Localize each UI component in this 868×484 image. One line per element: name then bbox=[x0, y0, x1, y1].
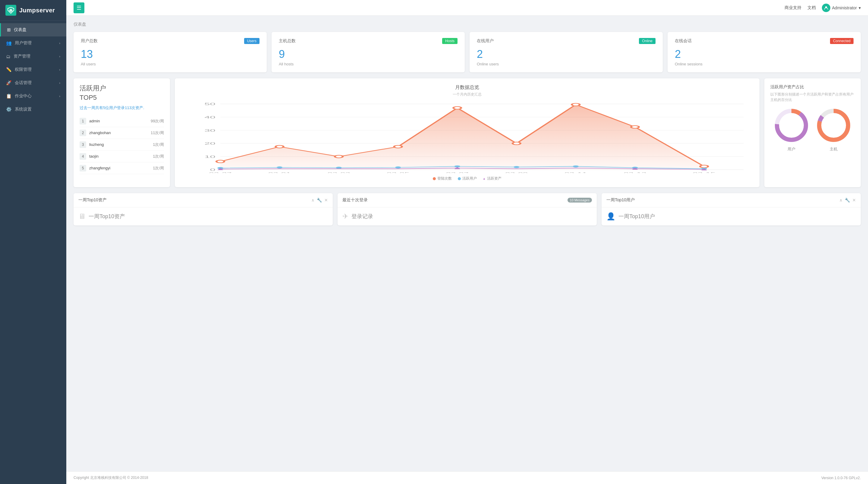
sidebar-label-settings: 系统设置 bbox=[15, 107, 32, 112]
legend-label-assets: 活跃资产 bbox=[487, 176, 501, 181]
rank-num-2: 2 bbox=[80, 129, 86, 136]
breadcrumb: 仪表盘 bbox=[73, 22, 861, 27]
footer: Copyright 北京堆栈科技有限公司 © 2014-2018 Version… bbox=[66, 471, 868, 484]
commercial-support-link[interactable]: 商业支持 bbox=[784, 5, 801, 10]
active-users-desc: 过去一周共有5位用户登录113次资产. bbox=[80, 105, 164, 111]
stat-hosts-badge: Hosts bbox=[442, 38, 458, 44]
stat-card-users-header: 用户总数 Users bbox=[81, 38, 259, 44]
rank-num-3: 3 bbox=[80, 141, 86, 148]
header: ☰ 商业支持 文档 Administrator ▾ bbox=[66, 0, 868, 16]
svg-point-29 bbox=[514, 166, 520, 168]
sidebar-label-session: 会话管理 bbox=[15, 80, 32, 86]
desc-suffix: 次资产. bbox=[131, 105, 144, 110]
stat-card-online: 在线用户 Online 2 Online users bbox=[470, 32, 663, 72]
rank-name-4: taojin bbox=[89, 154, 153, 158]
user-name: Administrator bbox=[832, 5, 857, 10]
sidebar-item-session-mgmt[interactable]: 🚀 会话管理 › bbox=[0, 76, 66, 90]
sidebar-item-task-center[interactable]: 📋 作业中心 › bbox=[0, 90, 66, 103]
sidebar-item-dashboard[interactable]: ⊞ 仪表盘 bbox=[0, 23, 66, 36]
user-menu[interactable]: Administrator ▾ bbox=[822, 4, 861, 12]
menu-toggle-button[interactable]: ☰ bbox=[73, 2, 84, 13]
bottom-assets-actions: ∧ 🔧 ✕ bbox=[311, 198, 328, 203]
svg-point-20 bbox=[513, 142, 521, 145]
legend-label-users: 活跃用户 bbox=[462, 176, 477, 181]
legend-dot-users bbox=[458, 177, 461, 180]
stat-users-label: All users bbox=[81, 62, 259, 66]
bottom-login-body-title: 登录记录 bbox=[351, 213, 373, 220]
desc-count: 113 bbox=[125, 105, 131, 110]
svg-point-18 bbox=[394, 146, 402, 148]
svg-text:20: 20 bbox=[204, 142, 215, 146]
stat-card-hosts-header: 主机总数 Hosts bbox=[279, 38, 458, 44]
svg-text:03-01: 03-01 bbox=[268, 172, 291, 173]
login-icon: ✈ bbox=[342, 212, 348, 221]
bottom-section: 一周Top10资产 ∧ 🔧 ✕ 🖥 一周Top10资产 最近十次登 bbox=[73, 193, 861, 225]
stat-online-label: Online users bbox=[477, 62, 655, 66]
svg-text:50: 50 bbox=[204, 102, 215, 106]
content-area: 仪表盘 用户总数 Users 13 All users 主机总数 Hosts 9… bbox=[66, 16, 868, 471]
stat-users-badge: Users bbox=[244, 38, 259, 44]
svg-point-30 bbox=[573, 165, 579, 168]
sidebar-label-perm: 权限管理 bbox=[15, 67, 32, 72]
arrow-icon-3: › bbox=[59, 68, 60, 71]
bottom-assets-icon-title: 🖥 一周Top10资产 bbox=[79, 212, 328, 221]
svg-text:02-27: 02-27 bbox=[209, 172, 231, 173]
donut-hosts-svg bbox=[815, 107, 852, 144]
bottom-users-icon-title: 👤 一周Top10用户 bbox=[607, 212, 856, 221]
docs-link[interactable]: 文档 bbox=[807, 5, 816, 10]
svg-text:40: 40 bbox=[204, 115, 215, 119]
collapse-icon[interactable]: ∧ bbox=[311, 198, 314, 203]
settings-icon-users[interactable]: 🔧 bbox=[845, 198, 850, 203]
close-icon-assets[interactable]: ✕ bbox=[324, 198, 328, 203]
legend-login: 登陆次数 bbox=[433, 176, 452, 181]
bottom-users-body: 👤 一周Top10用户 bbox=[601, 207, 861, 225]
bottom-panel-login: 最近十次登录 10 Messages ✈ 登录记录 bbox=[338, 193, 597, 225]
rank-count-2: 11次/周 bbox=[151, 130, 164, 135]
stat-card-online-header: 在线用户 Online bbox=[477, 38, 655, 44]
donut-users-label: 用户 bbox=[787, 147, 795, 152]
sidebar-item-perm-mgmt[interactable]: ✏️ 权限管理 › bbox=[0, 63, 66, 76]
donut-hosts-label: 主机 bbox=[830, 147, 838, 152]
bottom-assets-body: 🖥 一周Top10资产 bbox=[73, 207, 333, 225]
stat-online-title: 在线用户 bbox=[477, 38, 494, 44]
user-dropdown-icon: ▾ bbox=[859, 5, 861, 10]
sidebar-item-asset-mgmt[interactable]: 🗂 资产管理 › bbox=[0, 50, 66, 63]
rank-name-5: zhangfengyi bbox=[89, 166, 153, 170]
stat-connected-label: Online sessions bbox=[675, 62, 854, 66]
line-chart-svg: 50 40 30 20 10 0 bbox=[181, 101, 753, 173]
rank-name-2: zhangbohan bbox=[89, 130, 151, 135]
bottom-panel-users-header: 一周Top10用户 ∧ 🔧 ✕ bbox=[601, 193, 861, 207]
rank-num-4: 4 bbox=[80, 153, 86, 160]
donut-desc: 以下图形分别描述一个月活跃用户和资产占所有用户主机的百分比 bbox=[770, 92, 855, 102]
bottom-panel-assets-header: 一周Top10资产 ∧ 🔧 ✕ bbox=[73, 193, 333, 207]
list-item: 5 zhangfengyi 1次/周 bbox=[80, 162, 164, 174]
bottom-assets-title: 一周Top10资产 bbox=[79, 198, 309, 203]
bottom-login-icon-title: ✈ 登录记录 bbox=[342, 212, 592, 221]
svg-point-15 bbox=[216, 160, 224, 163]
stat-hosts-title: 主机总数 bbox=[279, 38, 296, 44]
user-rank-list: 1 admin 99次/周 2 zhangbohan 11次/周 3 liuzh… bbox=[80, 115, 164, 174]
active-users-title-line1: 活跃用户 bbox=[80, 84, 164, 92]
chart-container: 50 40 30 20 10 0 bbox=[181, 101, 753, 173]
svg-text:03-03: 03-03 bbox=[327, 172, 350, 173]
sidebar-item-user-mgmt[interactable]: 👥 用户管理 › bbox=[0, 36, 66, 50]
bottom-assets-body-title: 一周Top10资产 bbox=[89, 213, 125, 220]
assets-icon: 🖥 bbox=[79, 212, 86, 221]
collapse-icon-users[interactable]: ∧ bbox=[839, 198, 842, 203]
bottom-users-actions: ∧ 🔧 ✕ bbox=[839, 198, 856, 203]
stat-card-connected-header: 在线会话 Connected bbox=[675, 38, 854, 44]
sidebar-item-sys-settings[interactable]: ⚙️ 系统设置 bbox=[0, 103, 66, 116]
sidebar-label-dashboard: 仪表盘 bbox=[14, 27, 27, 33]
asset-mgmt-icon: 🗂 bbox=[6, 54, 10, 59]
svg-point-25 bbox=[277, 167, 283, 169]
chart-panel: 月数据总览 一个月内历史汇总 50 40 30 bbox=[175, 78, 760, 187]
close-icon-users[interactable]: ✕ bbox=[852, 198, 856, 203]
rank-count-3: 1次/周 bbox=[153, 142, 164, 147]
rank-count-1: 99次/周 bbox=[151, 118, 164, 124]
svg-text:03-11: 03-11 bbox=[564, 172, 587, 173]
settings-icon-assets[interactable]: 🔧 bbox=[317, 198, 322, 203]
header-right: 商业支持 文档 Administrator ▾ bbox=[784, 4, 861, 12]
rank-name-3: liuzheng bbox=[89, 142, 153, 147]
svg-marker-14 bbox=[220, 104, 704, 170]
sidebar-label-task: 作业中心 bbox=[15, 93, 32, 99]
